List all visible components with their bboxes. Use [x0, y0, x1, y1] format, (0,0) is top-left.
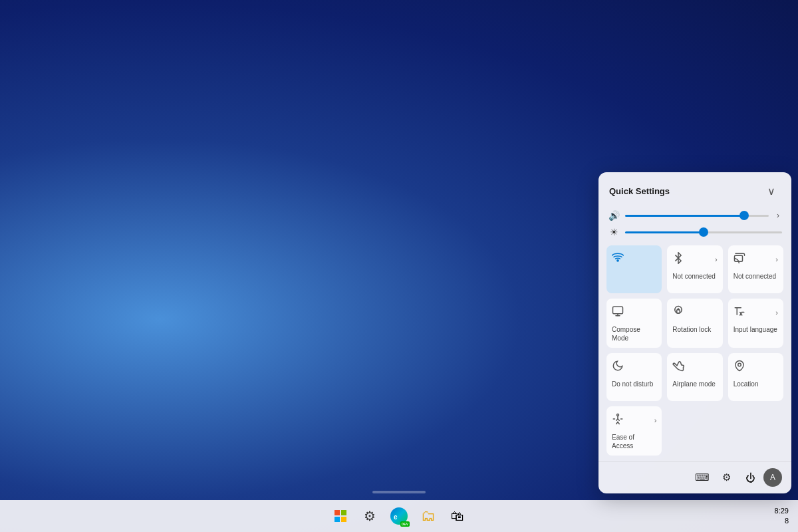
taskbar-center: ⚙ e D	[327, 503, 471, 529]
edge-dev-badge: DEV	[400, 521, 410, 527]
volume-icon: 🔊	[608, 210, 620, 221]
system-clock[interactable]: 8:29 8	[771, 506, 793, 527]
user-avatar[interactable]: A	[763, 468, 782, 487]
power-button[interactable]: ⏻	[739, 467, 761, 488]
airplane-icon	[672, 360, 684, 374]
svg-text:e: e	[394, 513, 398, 521]
gear-icon: ⚙	[722, 471, 731, 483]
keyboard-button[interactable]: ⌨	[692, 467, 713, 488]
ease-of-access-icon	[612, 413, 624, 428]
compose-icon	[612, 305, 624, 320]
input-tile-top: ›	[733, 305, 778, 320]
ease-tile-top: ›	[612, 413, 656, 428]
clock-date: 8	[785, 516, 789, 526]
cast-arrow[interactable]: ›	[775, 255, 778, 263]
file-explorer-button[interactable]: 🗂	[415, 503, 442, 529]
volume-arrow[interactable]: ›	[774, 209, 782, 221]
rotation-lock-icon	[672, 305, 684, 320]
bluetooth-icon	[672, 252, 684, 267]
dnd-tile-label: Do not disturb	[612, 380, 653, 388]
location-tile-top	[733, 360, 778, 374]
bluetooth-tile-label: Not connected	[672, 272, 716, 281]
svg-point-0	[617, 260, 618, 261]
cast-tile-top: ›	[733, 252, 778, 267]
svg-rect-2	[613, 307, 623, 314]
airplane-tile-label: Airplane mode	[672, 380, 715, 388]
volume-slider-row: 🔊 ›	[598, 207, 791, 224]
compose-tile-label: Compose Mode	[612, 325, 656, 342]
rotation-lock-tile[interactable]: Rotation lock	[667, 299, 722, 348]
quick-settings-tiles: › Not connected › Not connected	[598, 240, 791, 461]
cast-tile[interactable]: › Not connected	[728, 245, 783, 293]
ease-arrow[interactable]: ›	[654, 416, 657, 424]
chevron-down-icon: ∨	[767, 185, 775, 198]
start-button[interactable]	[327, 503, 354, 529]
volume-slider[interactable]	[625, 215, 769, 217]
folder-icon: 🗂	[421, 507, 436, 525]
wifi-tile-top	[612, 252, 656, 267]
ease-of-access-tile[interactable]: › Ease of Access	[606, 406, 662, 456]
bluetooth-arrow[interactable]: ›	[715, 255, 718, 263]
clock-time: 8:29	[775, 506, 789, 516]
keyboard-icon: ⌨	[695, 471, 710, 483]
edge-icon: e DEV	[390, 507, 408, 525]
svg-rect-5	[677, 310, 680, 313]
desktop-scrollbar-indicator	[372, 491, 426, 493]
power-icon: ⏻	[745, 472, 755, 483]
windows-logo-icon	[334, 510, 346, 522]
quick-settings-title: Quick Settings	[609, 186, 670, 196]
compose-tile-top	[612, 305, 656, 320]
dnd-tile-top	[612, 360, 656, 374]
quick-settings-panel: Quick Settings ∨ 🔊 › ☀	[598, 172, 791, 493]
rotation-tile-label: Rotation lock	[672, 325, 711, 334]
airplane-tile-top	[672, 360, 717, 374]
taskbar-settings-icon: ⚙	[364, 508, 376, 524]
moon-icon	[612, 360, 624, 374]
input-language-icon	[733, 305, 745, 320]
location-icon	[733, 360, 745, 374]
input-language-arrow[interactable]: ›	[775, 309, 778, 317]
ease-tile-label: Ease of Access	[612, 433, 656, 450]
do-not-disturb-tile[interactable]: Do not disturb	[606, 353, 662, 401]
location-tile[interactable]: Location	[728, 353, 783, 401]
bluetooth-tile[interactable]: › Not connected	[667, 245, 722, 293]
brightness-slider-row: ☀	[598, 224, 791, 240]
desktop: Quick Settings ∨ 🔊 › ☀	[0, 0, 798, 532]
brightness-icon: ☀	[608, 227, 620, 237]
taskbar-right: 8:29 8	[771, 506, 793, 527]
quick-settings-bottom-bar: ⌨ ⚙ ⏻ A	[598, 461, 791, 493]
brightness-slider[interactable]	[625, 231, 782, 233]
settings-button[interactable]: ⚙	[716, 467, 737, 488]
location-tile-label: Location	[733, 380, 759, 388]
quick-settings-header: Quick Settings ∨	[598, 172, 791, 207]
bluetooth-tile-top: ›	[672, 252, 717, 267]
svg-point-6	[737, 363, 741, 366]
wifi-tile[interactable]	[606, 245, 662, 293]
input-tile-label: Input language	[733, 325, 777, 334]
taskbar: ⚙ e D	[0, 500, 798, 532]
cast-icon	[733, 252, 745, 267]
store-icon: 🛍	[451, 509, 464, 524]
taskbar-settings-button[interactable]: ⚙	[356, 503, 383, 529]
airplane-mode-tile[interactable]: Airplane mode	[667, 353, 722, 401]
cast-tile-label: Not connected	[733, 272, 777, 281]
compose-tile[interactable]: Compose Mode	[606, 299, 662, 348]
edge-browser-button[interactable]: e DEV	[386, 503, 412, 529]
collapse-button[interactable]: ∨	[762, 182, 781, 200]
wifi-icon	[612, 252, 624, 267]
rotation-tile-top	[672, 305, 717, 320]
store-button[interactable]: 🛍	[444, 503, 471, 529]
input-language-tile[interactable]: › Input language	[728, 299, 783, 348]
